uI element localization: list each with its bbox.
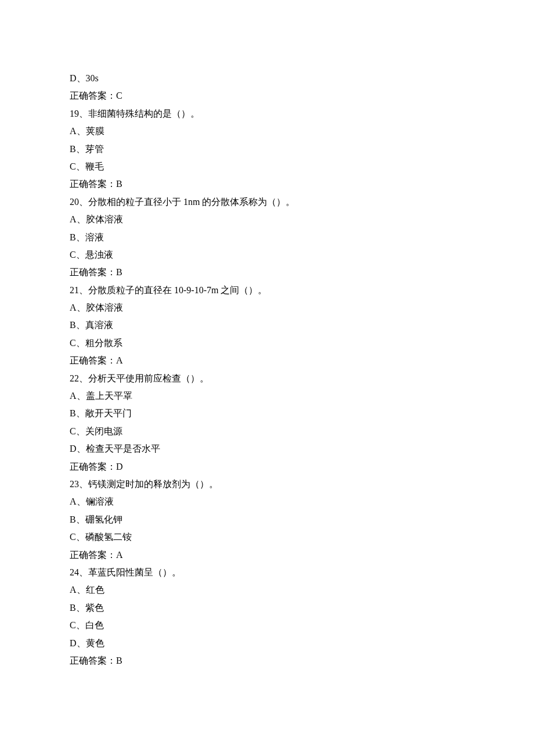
document-line: A、荚膜 bbox=[70, 123, 464, 140]
document-line: A、胶体溶液 bbox=[70, 211, 464, 228]
document-line: C、磷酸氢二铵 bbox=[70, 528, 464, 546]
document-line: 21、分散质粒子的直径在 10-9-10-7m 之间（）。 bbox=[70, 282, 464, 299]
document-line: 正确答案：C bbox=[70, 87, 464, 105]
document-line: A、红色 bbox=[70, 581, 464, 599]
document-line: B、真溶液 bbox=[70, 316, 464, 334]
document-line: B、芽管 bbox=[70, 141, 464, 158]
document-line: 正确答案：A bbox=[70, 546, 464, 564]
document-line: C、鞭毛 bbox=[70, 158, 464, 175]
document-line: 正确答案：D bbox=[70, 458, 464, 476]
document-line: A、胶体溶液 bbox=[70, 299, 464, 316]
document-line: C、悬浊液 bbox=[70, 246, 464, 264]
document-line: B、敞开天平门 bbox=[70, 405, 464, 422]
document-line: C、白色 bbox=[70, 617, 464, 634]
document-line: B、硼氢化钾 bbox=[70, 511, 464, 528]
document-line: 正确答案：A bbox=[70, 352, 464, 369]
document-line: 正确答案：B bbox=[70, 264, 464, 281]
document-line: A、镧溶液 bbox=[70, 493, 464, 510]
document-line: D、30s bbox=[70, 70, 464, 87]
document-line: B、紫色 bbox=[70, 599, 464, 617]
document-line: 22、分析天平使用前应检查（）。 bbox=[70, 370, 464, 387]
document-line: 24、革蓝氏阳性菌呈（）。 bbox=[70, 564, 464, 581]
document-line: 19、非细菌特殊结构的是（）。 bbox=[70, 105, 464, 123]
document-line: 20、分散相的粒子直径小于 1nm 的分散体系称为（）。 bbox=[70, 193, 464, 211]
document-line: C、关闭电源 bbox=[70, 423, 464, 440]
document-line: D、黄色 bbox=[70, 635, 464, 652]
document-line: 正确答案：B bbox=[70, 175, 464, 193]
document-line: 正确答案：B bbox=[70, 652, 464, 669]
document-line: D、检查天平是否水平 bbox=[70, 440, 464, 458]
document-line: C、粗分散系 bbox=[70, 334, 464, 352]
document-line: B、溶液 bbox=[70, 229, 464, 246]
document-line: 23、钙镁测定时加的释放剂为（）。 bbox=[70, 476, 464, 493]
document-line: A、盖上天平罩 bbox=[70, 387, 464, 405]
